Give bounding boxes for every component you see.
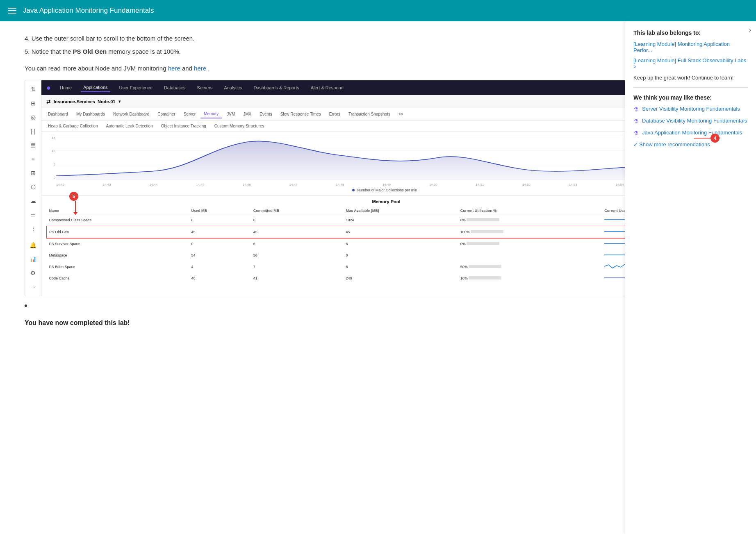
sidebar-icon-bar[interactable]: 📊 <box>27 253 39 265</box>
flask-icon-3: ⚗ <box>633 130 639 136</box>
sub-nav-arrows: ⇄ <box>46 99 50 105</box>
x-14-44: 14:44 <box>149 183 157 186</box>
row-util <box>458 250 602 261</box>
tab-slow-response[interactable]: Slow Response Times <box>277 110 324 118</box>
row-committed: 41 <box>251 273 344 284</box>
row-util: 16% <box>458 273 602 284</box>
sidebar-icon-doc[interactable]: ▭ <box>27 209 39 220</box>
nav-applications[interactable]: Applications <box>81 83 110 92</box>
row-max: 8 <box>344 261 458 273</box>
sidebar-icon-chart[interactable]: ⊞ <box>27 167 39 179</box>
row-name: Compressed Class Space <box>47 214 189 226</box>
row-max: 45 <box>344 226 458 238</box>
row-util: 0% <box>458 238 602 250</box>
tab-network[interactable]: Network Dashboard <box>110 110 153 118</box>
progress-bar <box>471 230 503 233</box>
sidebar-icon-bell[interactable]: 🔔 <box>27 239 39 251</box>
row-committed: 7 <box>251 261 344 273</box>
menu-icon[interactable] <box>8 8 16 14</box>
progress-bar <box>467 218 499 221</box>
col-committed: Committed MB <box>251 207 344 214</box>
row-committed: 6 <box>251 238 344 250</box>
y-axis-10: 10 <box>46 149 55 153</box>
x-14-49: 14:49 <box>383 183 391 186</box>
nav-home[interactable]: Home <box>57 84 74 92</box>
tab2-object[interactable]: Object Instance Tracking <box>158 123 209 130</box>
row-name: Metaspace <box>47 250 189 261</box>
show-more-icon: ⤢ <box>633 142 638 148</box>
annotation-badge-5: 5 <box>69 192 78 201</box>
panel-rec-1[interactable]: ⚗ Server Visibility Monitoring Fundament… <box>633 106 748 113</box>
nav-databases[interactable]: Databases <box>162 84 188 92</box>
table-row: Code Cache 40 41 240 16% <box>47 273 726 284</box>
panel-rec-text-3: Java Application Monitoring Fundamentals <box>642 130 742 136</box>
tab-transaction[interactable]: Transaction Snapshots <box>345 110 394 118</box>
nav-dashboards[interactable]: Dashboards & Reports <box>251 84 301 92</box>
left-sidebar: ⇅ ⊞ ◎ [·] ▤ ≡ ⊞ ⬡ ☁ ▭ ⋮ 🔔 📊 ⚙ → <box>25 80 41 296</box>
sidebar-icon-arrows[interactable]: ⇅ <box>27 84 39 95</box>
app-header: Java Application Monitoring Fundamentals <box>0 0 756 21</box>
row-committed: 6 <box>251 214 344 226</box>
panel-link-2[interactable]: [Learning Module] Full Stack Observabili… <box>633 57 748 70</box>
tab-jvm[interactable]: JVM <box>223 110 238 118</box>
sidebar-icon-grid[interactable]: ⊞ <box>27 98 39 109</box>
sidebar-icon-db[interactable]: ⬡ <box>27 181 39 193</box>
col-used: Used MB <box>189 207 251 214</box>
row-name: PS Old Gen <box>47 226 189 238</box>
tab-more[interactable]: >> <box>395 110 407 118</box>
row-max: 0 <box>344 250 458 261</box>
x-14-42: 14:42 <box>56 183 64 186</box>
tab-server[interactable]: Server <box>180 110 199 118</box>
sidebar-icon-dots[interactable]: ⋮ <box>27 223 39 234</box>
y-axis-0: 0 <box>46 176 55 180</box>
tab-events[interactable]: Events <box>256 110 276 118</box>
tab-dashboard[interactable]: Dashboard <box>45 110 71 118</box>
panel-recs-title: We think you may like these: <box>633 94 748 101</box>
tab-container[interactable]: Container <box>154 110 178 118</box>
panel-divider <box>633 87 748 88</box>
panel-sidebar: › This lab also belongs to: [Learning Mo… <box>625 21 756 534</box>
tab2-heap[interactable]: Heap & Garbage Collection <box>45 123 101 130</box>
sidebar-icon-circle[interactable]: ◎ <box>27 111 39 123</box>
show-more-label: Show more recommendations <box>639 141 710 148</box>
nav-ux[interactable]: User Experience <box>117 84 155 92</box>
show-more-button[interactable]: ⤢ Show more recommendations <box>633 141 748 148</box>
panel-link-1[interactable]: [Learning Module] Monitoring Application… <box>633 41 748 53</box>
tab2-leak[interactable]: Automatic Leak Detection <box>103 123 156 130</box>
memory-pool-table: Name Used MB Committed MB Max Available … <box>46 207 726 284</box>
row-used: 45 <box>189 226 251 238</box>
x-14-50: 14:50 <box>429 183 437 186</box>
tab-jmx[interactable]: JMX <box>240 110 255 118</box>
panel-rec-3[interactable]: ⚗ Java Application Monitoring Fundamenta… <box>633 130 748 136</box>
sidebar-icon-layers[interactable]: ▤ <box>27 139 39 151</box>
row-util: 100% <box>458 226 602 238</box>
panel-belongs-title: This lab also belongs to: <box>633 30 748 36</box>
progress-bar <box>469 276 501 279</box>
x-14-47: 14:47 <box>289 183 298 186</box>
nav-alert[interactable]: Alert & Respond <box>308 84 346 92</box>
table-row: Compressed Class Space 6 6 1024 0% <box>47 214 726 226</box>
app-name-chevron[interactable]: ▾ <box>118 99 121 104</box>
nav-analytics[interactable]: Analytics <box>221 84 244 92</box>
tab-my-dashboards[interactable]: My Dashboards <box>73 110 108 118</box>
flask-icon-1: ⚗ <box>633 106 639 113</box>
sidebar-icon-arrow[interactable]: → <box>27 281 39 293</box>
x-14-54: 14:54 <box>615 183 624 186</box>
tab-memory[interactable]: Memory <box>200 110 222 118</box>
sidebar-icon-gear[interactable]: ⚙ <box>27 267 39 279</box>
x-14-45: 14:45 <box>196 183 204 186</box>
tab-errors[interactable]: Errors <box>326 110 344 118</box>
table-row: PS Eden Space 4 7 8 50% <box>47 261 726 273</box>
sub-nav-left: ⇄ Insurance-Services_Node-01 ▾ <box>46 99 121 105</box>
link-here-1[interactable]: here <box>168 65 180 72</box>
row-max: 240 <box>344 273 458 284</box>
tab2-custom[interactable]: Custom Memory Structures <box>211 123 268 130</box>
nav-servers[interactable]: Servers <box>194 84 215 92</box>
link-here-2[interactable]: here <box>194 65 206 72</box>
panel-rec-2[interactable]: ⚗ Database Visibility Monitoring Fundame… <box>633 118 748 125</box>
sidebar-icon-cloud[interactable]: ☁ <box>27 195 39 207</box>
sidebar-icon-table[interactable]: ≡ <box>27 153 39 165</box>
panel-close-icon[interactable]: › <box>749 26 751 34</box>
memory-pool-title: Memory Pool <box>46 199 726 204</box>
sidebar-icon-brackets[interactable]: [·] <box>27 125 39 137</box>
